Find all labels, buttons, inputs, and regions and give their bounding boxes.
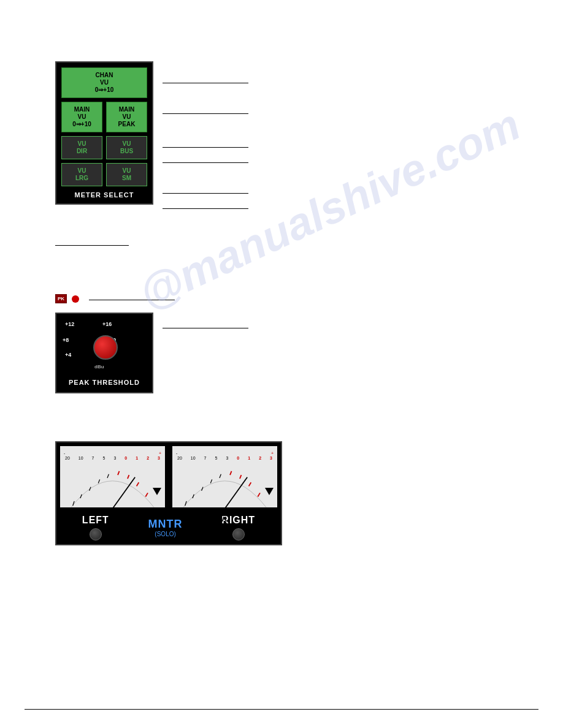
peak-threshold-label: PEAK THRESHOLD [63,379,146,386]
left-vu-label: VU [64,515,161,523]
svg-line-19 [225,477,248,509]
dial-label-bot-left: +4 [65,352,71,358]
chan-vu-button[interactable]: CHAN VU 0⇒+10 [61,67,147,98]
line6 [163,208,248,209]
svg-line-14 [220,474,221,478]
left-vu-pointer [153,488,161,495]
meter-buttons-grid: CHAN VU 0⇒+10 MAIN VU 0⇒+10 MAIN VU PEAK… [61,67,147,186]
left-channel-knob[interactable] [90,528,102,540]
dial-label-dbu: dBu [94,364,104,370]
svg-line-15 [230,471,231,475]
peak-threshold-line [163,328,248,328]
vu-meter-right: - + 20 10 7 5 3 0 1 2 3 [172,446,277,507]
peak-threshold-panel: +12 +16 +8 +20 +4 +24 dBu PEAK THRESHOLD [55,313,153,393]
svg-line-5 [118,471,119,475]
left-scale-minus: - [64,451,65,455]
left-vu-numbers: 20 10 7 5 3 0 1 2 3 [64,456,161,460]
vu-dir-button[interactable]: VU DIR [61,136,102,159]
peak-dial-knob[interactable] [93,335,118,360]
svg-line-10 [185,501,186,506]
svg-line-17 [249,482,251,486]
svg-line-11 [193,495,194,498]
svg-line-7 [137,482,139,486]
svg-line-6 [128,475,129,479]
vu-sm-button[interactable]: VU SM [106,163,147,186]
line5 [163,193,248,194]
bottom-border [25,709,538,710]
right-scale-plus: + [271,451,274,455]
right-vu-label: VU [176,515,274,523]
svg-line-1 [80,495,82,498]
meter-select-panel: CHAN VU 0⇒+10 MAIN VU 0⇒+10 MAIN VU PEAK… [55,61,153,205]
pk-badge: PK [55,294,67,303]
vu-meters-panel: - + 20 10 7 5 3 0 1 2 3 [55,441,282,545]
svg-line-2 [90,487,91,491]
vu-meters-row: - + 20 10 7 5 3 0 1 2 3 [56,442,281,511]
svg-line-12 [202,487,203,491]
vu-meter-left: - + 20 10 7 5 3 0 1 2 3 [60,446,165,507]
dial-label-top-right: +16 [102,321,112,327]
svg-line-16 [240,475,241,479]
svg-line-13 [210,479,212,483]
right-vu-numbers: 20 10 7 5 3 0 1 2 3 [176,456,274,460]
solo-label: (SOLO) [148,531,183,537]
line2 [163,113,248,114]
right-vu-arc [176,460,274,513]
left-scale-plus: + [159,451,161,455]
left-vu-arc [64,460,161,513]
chan-vu-line1: CHAN [64,72,144,79]
vu-lrg-button[interactable]: VU LRG [61,163,102,186]
line4 [163,162,248,163]
right-vu-pointer [265,488,274,495]
main-vu-peak-button[interactable]: MAIN VU PEAK [106,102,147,132]
dial-label-mid-left: +8 [63,337,69,343]
peak-indicator: PK [55,294,79,303]
dial-label-top-left: +12 [65,321,74,327]
svg-line-0 [73,501,74,506]
peak-dial-area: +12 +16 +8 +20 +4 +24 dBu [63,320,148,375]
svg-line-4 [107,474,109,478]
svg-line-18 [258,493,260,496]
svg-line-8 [145,493,148,496]
right-channel-knob[interactable] [232,528,245,540]
chan-vu-line3: 0⇒+10 [64,86,144,94]
main-vu-button[interactable]: MAIN VU 0⇒+10 [61,102,102,132]
chan-vu-line2: VU [64,79,144,86]
line3 [163,147,248,148]
svg-line-9 [113,477,136,509]
pk-line [89,300,175,300]
vu-bus-button[interactable]: VU BUS [106,136,147,159]
svg-line-3 [98,479,99,483]
line1 [163,83,248,83]
watermark: @manualshive.com [131,99,527,319]
pk-dot [72,295,79,303]
line-bottom-panel [55,245,129,246]
right-scale-minus: - [176,451,177,455]
meter-select-label: METER SELECT [61,191,147,199]
